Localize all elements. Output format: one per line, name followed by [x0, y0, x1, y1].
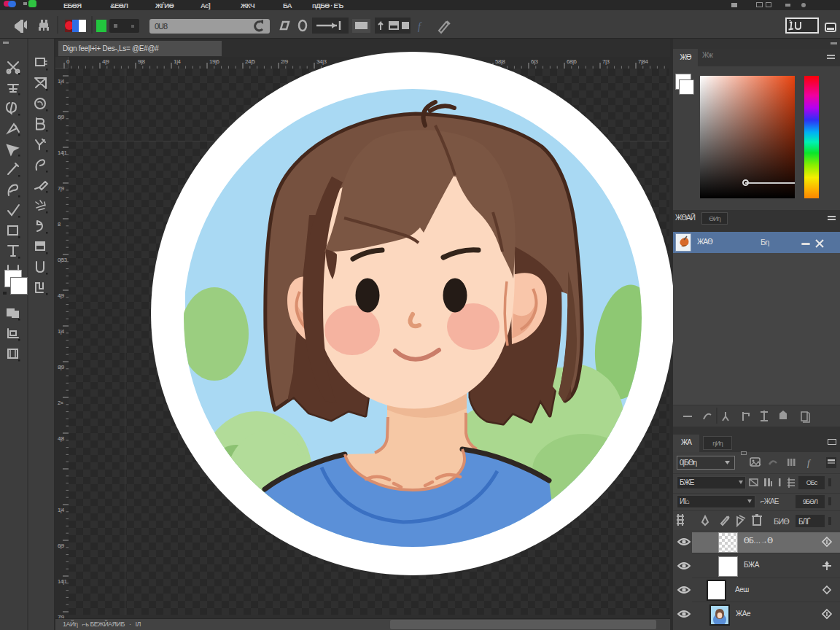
svg-text:24|5: 24|5	[245, 58, 255, 65]
svg-text:0: 0	[66, 58, 70, 65]
svg-text:1|4: 1|4	[58, 507, 64, 513]
svg-text:7|3: 7|3	[602, 58, 610, 65]
svg-text:1|4: 1|4	[58, 328, 64, 335]
svg-text:4|90: 4|90	[424, 58, 434, 65]
svg-text:4|9: 4|9	[58, 292, 64, 299]
svg-text:9|8: 9|8	[138, 58, 146, 65]
svg-text:19|6: 19|6	[209, 58, 219, 65]
svg-text:2×: 2×	[58, 400, 63, 406]
svg-text:7|84: 7|84	[638, 58, 648, 65]
svg-text:14|1: 14|1	[58, 149, 67, 156]
svg-text:БЛЃ: БЛЃ	[798, 517, 811, 526]
svg-text:8|9: 8|9	[58, 364, 64, 370]
svg-text:14|1: 14|1	[58, 578, 67, 585]
svg-text:БИƟ: БИƟ	[774, 517, 790, 526]
svg-text:6|3: 6|3	[531, 58, 539, 65]
svg-text:3|92: 3|92	[352, 58, 362, 65]
svg-text:4|8: 4|8	[58, 435, 64, 442]
svg-text:7|9: 7|9	[58, 185, 64, 192]
svg-text:5|39: 5|39	[459, 58, 470, 65]
svg-text:44|1: 44|1	[388, 58, 398, 65]
svg-text:8: 8	[58, 221, 61, 228]
svg-text:4|9: 4|9	[102, 58, 110, 65]
svg-text:58|8: 58|8	[495, 58, 505, 65]
svg-text:68|6: 68|6	[567, 58, 577, 65]
svg-text:1|4: 1|4	[174, 58, 182, 65]
svg-text:f: f	[418, 21, 422, 32]
svg-text:0U8: 0U8	[155, 22, 168, 31]
svg-text:0|53: 0|53	[58, 257, 67, 263]
svg-text:6|9: 6|9	[58, 114, 64, 120]
svg-text:1|4: 1|4	[58, 78, 64, 85]
svg-text:2/9: 2/9	[281, 58, 289, 65]
svg-text:f: f	[807, 457, 812, 468]
svg-text:6|9: 6|9	[58, 542, 64, 549]
svg-text:34|3: 34|3	[316, 58, 327, 65]
